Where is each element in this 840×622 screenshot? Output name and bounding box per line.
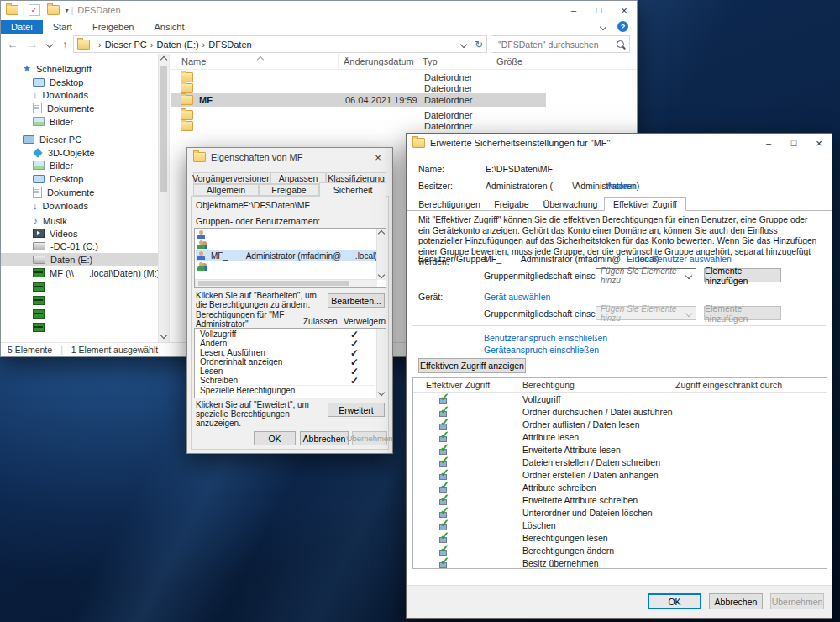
access-row[interactable]: Berechtigungen ändern [414, 544, 826, 556]
address-dropdown-icon[interactable] [460, 40, 467, 47]
ok-button[interactable]: OK [648, 593, 701, 609]
sidebar-item-drive-c[interactable]: -DC-01 (C:) [1, 240, 169, 252]
sidebar-item-desktop-qa[interactable]: Desktop [1, 76, 169, 88]
ribbon-tab-freigeben[interactable]: Freigeben [82, 20, 144, 34]
sidebar-item-desktop[interactable]: Desktop [1, 172, 169, 185]
file-row[interactable]: Dateiordner [171, 109, 546, 120]
access-row[interactable]: Ordner erstellen / Daten anhängen [414, 468, 826, 481]
access-row[interactable]: Attribute schreiben [414, 481, 826, 493]
select-device-link[interactable]: Gerät auswählen [484, 292, 550, 302]
owner-change-link[interactable]: Ändern [606, 181, 635, 191]
breadcrumb-dieser-pc[interactable]: Dieser PC [105, 40, 147, 50]
abbrechen-button[interactable]: Abbrechen [300, 431, 349, 445]
qat-customize-icon[interactable]: ▾ [66, 7, 69, 14]
access-row[interactable]: Dateien erstellen / Daten schreiben [414, 456, 826, 468]
table-header-effective-access[interactable]: Effektiver Zugriff [426, 378, 490, 392]
sidebar-item-netdrive-2[interactable] [1, 294, 169, 307]
tab-sicherheit[interactable]: Sicherheit [319, 182, 386, 197]
scroll-thumb[interactable] [198, 281, 349, 286]
erweitert-button[interactable]: Erweitert [328, 403, 385, 417]
permission-row[interactable]: Spezielle Berechtigungen [200, 385, 375, 395]
ribbon-tab-ansicht[interactable]: Ansicht [144, 20, 194, 34]
sidebar-item-videos[interactable]: Videos [1, 227, 169, 240]
scroll-down-icon[interactable] [378, 271, 385, 278]
sidebar-item-netdrive-1[interactable] [1, 281, 169, 293]
table-header-permission[interactable]: Berechtigung [522, 378, 575, 392]
list-item[interactable] [197, 240, 211, 250]
access-row[interactable]: Unterordner und Dateien löschen [414, 506, 826, 519]
forward-icon[interactable]: → [28, 39, 38, 50]
close-button[interactable]: × [364, 148, 392, 166]
sidebar-item-dokumente[interactable]: Dokumente [1, 186, 169, 198]
breadcrumb-daten-e[interactable]: Daten (E:) [156, 40, 198, 50]
permissions-scrollbar[interactable] [376, 329, 386, 398]
sidebar-item-drive-e[interactable]: Daten (E:) [1, 253, 169, 266]
table-header-restricted-by[interactable]: Zugriff eingeschränkt durch [675, 378, 782, 392]
qat-new-folder-icon[interactable] [47, 5, 60, 15]
file-row[interactable]: Dateiordner [171, 82, 546, 93]
tab-anpassen[interactable]: Anpassen [270, 172, 326, 184]
back-icon[interactable]: ← [8, 39, 18, 50]
sidebar-item-schnellzugriff[interactable]: ★Schnellzugriff [1, 62, 169, 75]
sidebar-item-drive-m[interactable]: MF (\\ .local\Daten) (M:) [1, 266, 169, 279]
minimize-button[interactable]: – [756, 134, 781, 152]
scroll-up-icon[interactable] [160, 56, 167, 63]
sidebar-item-bilder[interactable]: Bilder [1, 159, 169, 171]
list-vscrollbar[interactable] [376, 229, 386, 280]
tab-freigabe[interactable]: Freigabe [486, 197, 537, 211]
search-input[interactable] [496, 39, 617, 50]
help-icon[interactable]: ? [617, 21, 628, 32]
elemente-hinzufuegen-button[interactable]: Elemente hinzufügen [704, 268, 781, 282]
up-icon[interactable]: ↑ [62, 39, 67, 50]
scroll-up-icon[interactable] [378, 230, 385, 237]
scroll-down-icon[interactable] [378, 389, 385, 396]
address-box[interactable]: › Dieser PC › Daten (E:) › DFSDaten ↻ [73, 35, 487, 53]
sidebar-item-downloads[interactable]: ↓Downloads [1, 199, 169, 212]
select-user-link[interactable]: Einen Benutzer auswählen [627, 254, 732, 264]
effektiven-zugriff-anzeigen-button[interactable]: Effektiven Zugriff anzeigen [418, 358, 526, 373]
search-icon[interactable] [617, 40, 624, 48]
list-item[interactable] [197, 229, 211, 240]
ok-button[interactable]: OK [254, 431, 296, 445]
access-row[interactable]: Erweiterte Attribute lesen [414, 443, 826, 456]
breadcrumb-dfsdaten[interactable]: DFSDaten [208, 40, 251, 50]
user-claim-link[interactable]: Benutzeranspruch einschließen [484, 333, 607, 343]
sidebar-item-dieser-pc[interactable]: Dieser PC [1, 133, 169, 145]
column-header-type[interactable]: Typ [417, 54, 491, 69]
scroll-down-icon[interactable] [160, 332, 167, 339]
maximize-button[interactable]: □ [781, 134, 806, 152]
column-header-date[interactable]: Änderungsdatum [338, 54, 417, 69]
column-header-name[interactable]: Name [176, 54, 338, 69]
access-row[interactable]: Vollzugriff [414, 393, 826, 405]
close-button[interactable]: × [612, 1, 637, 19]
access-row[interactable]: Ordner auflisten / Daten lesen [414, 418, 826, 430]
permission-row[interactable]: Schreiben✓ [200, 376, 375, 385]
recent-locations-icon[interactable] [46, 40, 53, 47]
sidebar-item-3d-objekte[interactable]: 3D-Objekte [1, 146, 169, 159]
sidebar-item-dokumente-qa[interactable]: Dokumente [1, 102, 169, 114]
tab-freigabe[interactable]: Freigabe [259, 184, 319, 196]
sidebar-item-netdrive-4[interactable] [1, 321, 169, 334]
refresh-icon[interactable]: ↻ [475, 39, 483, 50]
tab-vorgaengerversionen[interactable]: Vorgängerversionen [193, 172, 270, 184]
access-row[interactable]: Ordner durchsuchen / Datei ausführen [414, 405, 826, 418]
device-claim-link[interactable]: Geräteanspruch einschließen [484, 345, 599, 355]
minimize-button[interactable]: – [561, 1, 586, 19]
access-row[interactable]: Berechtigungen lesen [414, 531, 826, 544]
list-item-selected[interactable]: MF_ Administrator (mfadmin@ .local) [196, 250, 377, 261]
maximize-button[interactable]: □ [586, 1, 612, 19]
tab-berechtigungen[interactable]: Berechtigungen [412, 197, 486, 211]
access-row[interactable]: Erweiterte Attribute schreiben [414, 493, 826, 506]
tab-ueberwachung[interactable]: Überwachung [537, 197, 604, 211]
ribbon-tab-start[interactable]: Start [43, 20, 82, 34]
sidebar-scrollbar[interactable] [158, 54, 169, 343]
column-header-size[interactable]: Größe [491, 54, 549, 69]
access-row[interactable]: Besitz übernehmen [414, 556, 826, 569]
file-row[interactable]: Dateiordner [171, 120, 546, 131]
sidebar-item-netdrive-3[interactable] [1, 308, 169, 320]
ribbon-collapse-icon[interactable] [600, 23, 606, 29]
sidebar-item-downloads-qa[interactable]: ↓Downloads [1, 88, 169, 101]
tab-effektiver-zugriff[interactable]: Effektiver Zugriff [604, 197, 686, 211]
file-row[interactable]: Dateiordner [171, 71, 546, 82]
access-row[interactable]: Attribute lesen [414, 430, 826, 443]
